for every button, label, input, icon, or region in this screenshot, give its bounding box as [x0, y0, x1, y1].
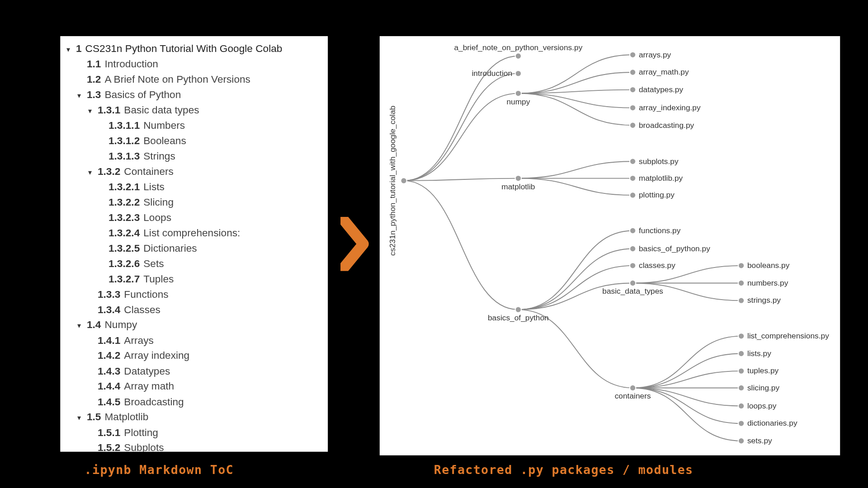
caret-down-icon: ▾ — [77, 90, 86, 101]
tree-node — [630, 246, 636, 252]
toc-title: Array indexing — [124, 348, 189, 363]
tree-panel: cs231n_python_tutorial_with_google_colab… — [380, 36, 840, 455]
toc-title: Array math — [124, 379, 174, 394]
tree-node-label: array_indexing.py — [639, 103, 701, 112]
toc-title: Booleans — [143, 133, 186, 149]
toc-number: 1.3.2.5 — [108, 241, 140, 256]
toc-title: Functions — [124, 287, 168, 302]
toc-number: 1.3.1.3 — [108, 149, 140, 164]
tree-node — [738, 298, 744, 304]
toc-number: 1.3.1.1 — [108, 118, 140, 133]
toc-title: A Brief Note on Python Versions — [104, 72, 250, 87]
toc-item[interactable]: 1.1Introduction — [66, 56, 322, 72]
toc-item[interactable]: 1.5.2Subplots — [66, 440, 322, 451]
toc-title: Loops — [143, 210, 171, 225]
toc-item[interactable]: 1.3.3Functions — [66, 287, 322, 302]
toc-number: 1.4.4 — [98, 379, 120, 394]
toc-item[interactable]: 1.3.4Classes — [66, 302, 322, 317]
toc-item[interactable]: 1.5.1Plotting — [66, 425, 322, 440]
toc-number: 1.4.5 — [98, 394, 120, 409]
toc-title: Containers — [124, 164, 174, 179]
toc-title: Sets — [143, 256, 164, 272]
tree-node-label: plotting.py — [639, 190, 675, 199]
toc-item[interactable]: ▾1.5Matplotlib — [66, 409, 322, 425]
tree-node-label: introduction — [472, 69, 513, 78]
tree-node-label: booleans.py — [747, 261, 790, 270]
toc-title: Introduction — [104, 56, 158, 72]
tree-node-label: arrays.py — [639, 50, 671, 59]
caret-down-icon: ▾ — [77, 320, 86, 331]
toc-item[interactable]: 1.4.4Array math — [66, 379, 322, 394]
tree-node-label: basic_data_types — [602, 287, 663, 296]
toc-number: 1 — [76, 41, 82, 56]
toc-item[interactable]: 1.4.1Arrays — [66, 333, 322, 348]
toc-title: Plotting — [124, 425, 158, 440]
tree-node — [515, 70, 521, 76]
tree-node — [738, 438, 744, 444]
toc-number: 1.3 — [87, 87, 101, 103]
toc-item[interactable]: ▾1.3Basics of Python — [66, 87, 322, 103]
toc-item[interactable]: 1.4.5Broadcasting — [66, 394, 322, 409]
tree-node — [515, 175, 521, 181]
tree-node — [630, 159, 636, 164]
toc-number: 1.3.4 — [98, 302, 120, 317]
toc-item[interactable]: 1.4.2Array indexing — [66, 348, 322, 363]
toc-number: 1.3.2.6 — [108, 256, 140, 272]
toc-item[interactable]: 1.3.1.3Strings — [66, 149, 322, 164]
toc-item[interactable]: 1.3.2.7Tuples — [66, 272, 322, 287]
toc-item[interactable]: 1.3.2.2Slicing — [66, 195, 322, 210]
tree-node-label: numbers.py — [747, 278, 788, 287]
toc-number: 1.3.3 — [98, 287, 120, 302]
toc-item[interactable]: 1.3.1.2Booleans — [66, 133, 322, 149]
tree-node — [630, 192, 636, 198]
toc-number: 1.3.1.2 — [108, 133, 140, 149]
toc-title: Dictionaries — [143, 241, 197, 256]
toc-number: 1.3.1 — [98, 103, 120, 118]
toc-item[interactable]: 1.3.2.3Loops — [66, 210, 322, 225]
toc-number: 1.3.2 — [98, 164, 120, 179]
tree-node-label: strings.py — [747, 296, 781, 305]
toc-item[interactable]: 1.3.2.1Lists — [66, 179, 322, 195]
tree-node — [738, 280, 744, 286]
caret-down-icon: ▾ — [66, 44, 75, 55]
toc-panel: ▾1CS231n Python Tutorial With Google Col… — [60, 36, 328, 452]
toc-item[interactable]: 1.4.3Datatypes — [66, 363, 322, 379]
toc-number: 1.3.2.1 — [108, 179, 140, 195]
toc-item[interactable]: 1.2A Brief Note on Python Versions — [66, 72, 322, 87]
toc-item[interactable]: 1.3.1.1Numbers — [66, 118, 322, 133]
tree-node — [738, 368, 744, 374]
toc-title: Strings — [143, 149, 175, 164]
toc-item[interactable]: 1.3.2.5Dictionaries — [66, 241, 322, 256]
tree-node — [630, 52, 636, 58]
toc-number: 1.4.1 — [98, 333, 120, 348]
tree-node — [630, 263, 636, 268]
toc-number: 1.3.2.3 — [108, 210, 140, 225]
caret-down-icon: ▾ — [88, 167, 97, 178]
tree-node — [738, 385, 744, 391]
tree-node-label: broadcasting.py — [639, 121, 694, 130]
toc-number: 1.5.1 — [98, 425, 120, 440]
toc-item[interactable]: ▾1.3.2Containers — [66, 164, 322, 179]
tree-node — [630, 69, 636, 75]
toc-item[interactable]: ▾1.3.1Basic data types — [66, 103, 322, 118]
toc-item[interactable]: 1.3.2.4List comprehensions: — [66, 225, 322, 241]
tree-node — [515, 306, 521, 312]
toc-item[interactable]: ▾1.4Numpy — [66, 317, 322, 333]
tree-node — [738, 333, 744, 339]
tree-node — [630, 385, 636, 391]
toc-number: 1.1 — [87, 56, 101, 72]
tree-node — [630, 87, 636, 93]
slide-stage: ▾1CS231n Python Tutorial With Google Col… — [0, 0, 868, 488]
toc-item[interactable]: 1.3.2.6Sets — [66, 256, 322, 272]
caption-left: .ipynb Markdown ToC — [85, 463, 234, 477]
toc-number: 1.2 — [87, 72, 101, 87]
tree-node — [738, 263, 744, 268]
toc-title: Subplots — [124, 440, 164, 451]
toc-item[interactable]: ▾1CS231n Python Tutorial With Google Col… — [66, 41, 322, 56]
toc-number: 1.3.2.7 — [108, 272, 140, 287]
caret-down-icon: ▾ — [77, 413, 86, 423]
tree-node-label: subplots.py — [639, 157, 679, 166]
toc-number: 1.5.2 — [98, 440, 120, 451]
tree-node — [630, 122, 636, 128]
tree-node — [630, 228, 636, 234]
